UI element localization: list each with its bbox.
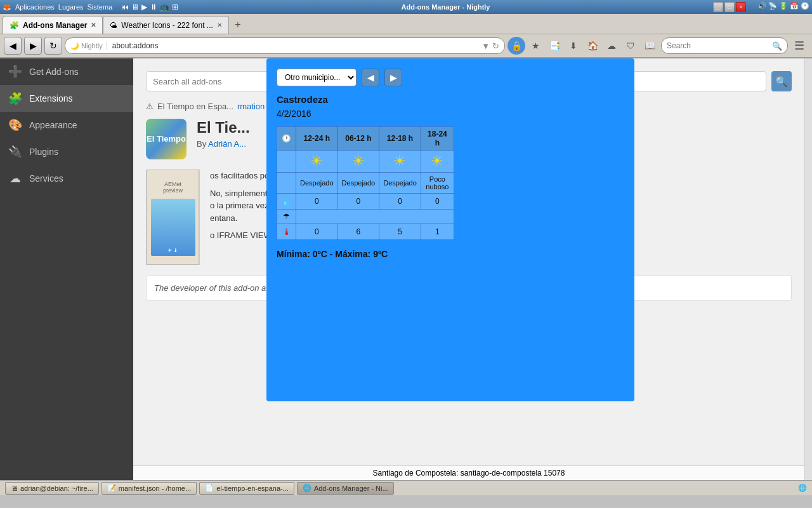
main-layout: ➕ Get Add-ons 🧩 Extensions 🎨 Appearance … <box>0 58 812 480</box>
taskbar-label-eltiempo: el-tiempo-en-espana-... <box>216 485 289 492</box>
toolbar-icon-active[interactable]: 🔒 <box>508 37 525 55</box>
bookmark-star-icon[interactable]: ★ <box>527 37 544 55</box>
umbrella-row: ☂ <box>277 210 454 224</box>
home-icon[interactable]: 🏠 <box>584 37 601 55</box>
col-icon-header: 🕐 <box>277 127 296 150</box>
os-minimize-btn[interactable]: _ <box>713 2 723 12</box>
sidebar-item-services[interactable]: ☁ Services <box>0 165 133 192</box>
search-input[interactable] <box>667 41 772 50</box>
sidebar-item-plugins[interactable]: 🔌 Plugins <box>0 138 133 165</box>
author-link[interactable]: Adrián A... <box>208 139 246 149</box>
sidebar-item-get-addons[interactable]: ➕ Get Add-ons <box>0 58 133 85</box>
status-url-text: Santiago de Compostela: santiago-de-comp… <box>373 469 565 478</box>
os-titlebar-left: 🦊 Aplicaciones Lugares Sistema ⏮ 🖥 ▶ ⏸ 📺… <box>3 3 178 11</box>
rain-val-3: 0 <box>379 194 421 210</box>
tab-weather-icons[interactable]: 🌤 Weather Icons - 222 font ... ✕ <box>103 16 229 34</box>
popup-controls: Otro municipio... ◀ ▶ <box>277 69 624 86</box>
tab-close-btn[interactable]: ✕ <box>91 22 96 29</box>
forward-btn[interactable]: ▶ <box>24 37 42 55</box>
weather-icon-4: ☀ <box>421 150 454 173</box>
sidebar-item-appearance[interactable]: 🎨 Appearance <box>0 112 133 138</box>
statusbar: 🖥 adrian@debian: ~/fire... 📝 manifest.js… <box>0 480 812 495</box>
taskbar-label-manifest: manifest.json - /home... <box>119 485 191 492</box>
url-input-container[interactable]: 🌙 Nightly about:addons ▼ ↻ <box>65 37 505 54</box>
reload-btn[interactable]: ↻ <box>44 37 62 55</box>
browser-chrome: 🧩 Add-ons Manager ✕ 🌤 Weather Icons - 22… <box>0 14 812 58</box>
weather-icon-1: ☀ <box>296 150 338 173</box>
os-system-tray: 🔊 📡 🔋 📅 🕐 <box>757 2 809 12</box>
taskbar-items: 🖥 adrian@debian: ~/fire... 📝 manifest.js… <box>5 482 793 495</box>
os-titlebar: 🦊 Aplicaciones Lugares Sistema ⏮ 🖥 ▶ ⏸ 📺… <box>0 0 812 14</box>
download-icon[interactable]: ⬇ <box>565 37 582 55</box>
weather-icon-2: ☀ <box>337 150 379 173</box>
weather-label-1: Despejado <box>296 173 338 194</box>
extension-info: El Tie... By Adrián A... <box>197 119 250 149</box>
weather-icon-3: ☀ <box>379 150 421 173</box>
taskbar-icon-addons: 🌐 <box>303 484 311 492</box>
temp-val-1: 0 <box>296 224 338 240</box>
weather-table: 🕐 12-24 h 06-12 h 12-18 h 18-24 h ☀ ☀ ☀ … <box>277 126 454 240</box>
bottom-status: Santiago de Compostela: santiago-de-comp… <box>133 465 804 480</box>
tab-icon: 🧩 <box>10 21 19 30</box>
os-menu-aplicaciones[interactable]: Aplicaciones <box>15 3 55 11</box>
tab-new-btn[interactable]: + <box>229 16 247 34</box>
sidebar-item-label-services: Services <box>29 173 63 184</box>
taskbar-icon-manifest: 📝 <box>107 484 116 492</box>
sync-icon[interactable]: ☁ <box>603 37 620 55</box>
extension-title: El Tie... <box>197 119 250 137</box>
tab-label: Add-ons Manager <box>23 21 87 30</box>
temp-row: 🌡 0 6 5 1 <box>277 224 454 240</box>
os-toolbar-icons: ⏮ 🖥 ▶ ⏸ 📺 ⊞ <box>121 3 178 11</box>
bookmark-icon[interactable]: 📑 <box>546 37 563 55</box>
umbrella-icon-cell: ☂ <box>277 210 296 224</box>
url-reload-icon[interactable]: ↻ <box>492 41 499 51</box>
scrollbar[interactable] <box>804 58 812 480</box>
taskbar-item-eltiempo[interactable]: 📄 el-tiempo-en-espana-... <box>199 482 294 495</box>
temp-val-2: 6 <box>337 224 379 240</box>
extensions-icon: 🧩 <box>8 91 23 105</box>
os-menu-sistema[interactable]: Sistema <box>88 3 113 11</box>
menu-icon[interactable]: ☰ <box>790 37 808 55</box>
url-display[interactable]: about:addons <box>112 41 479 50</box>
popup-prev-btn[interactable]: ◀ <box>362 69 379 86</box>
temp-val-4: 1 <box>421 224 454 240</box>
popup-next-btn[interactable]: ▶ <box>384 69 402 86</box>
os-window-controls[interactable]: _ □ × 🔊 📡 🔋 📅 🕐 <box>713 2 809 12</box>
municipality-select[interactable]: Otro municipio... <box>277 69 357 86</box>
status-globe-icon: 🌐 <box>798 484 807 492</box>
addon-search-btn[interactable]: 🔍 <box>771 71 792 91</box>
rain-val-2: 0 <box>337 194 379 210</box>
col-1824-header: 18-24 h <box>421 127 454 150</box>
tab-icon-2: 🌤 <box>110 21 117 30</box>
pocket-icon[interactable]: 📖 <box>641 37 658 55</box>
taskbar-item-terminal[interactable]: 🖥 adrian@debian: ~/fire... <box>5 482 99 495</box>
tab-addons-manager[interactable]: 🧩 Add-ons Manager ✕ <box>3 16 103 34</box>
sidebar: ➕ Get Add-ons 🧩 Extensions 🎨 Appearance … <box>0 58 133 480</box>
popup-overlay: Otro municipio... ◀ ▶ Castrodeza 4/2/201… <box>266 58 634 401</box>
url-dropdown-icon[interactable]: ▼ <box>481 41 490 51</box>
search-container[interactable]: 🔍 <box>661 37 788 54</box>
weather-label-spacer <box>277 173 296 194</box>
sidebar-item-extensions[interactable]: 🧩 Extensions <box>0 85 133 112</box>
preview-image: AEMetpreview ☀ 🌡 <box>146 170 200 265</box>
taskbar-item-addons[interactable]: 🌐 Add-ons Manager - Ni... <box>297 482 394 495</box>
tab-close-btn-2[interactable]: ✕ <box>217 22 222 29</box>
col-1218-header: 12-18 h <box>379 127 421 150</box>
content-area: 🔍 ⚠ El Tiempo en Espa... rmation El Tiem… <box>133 58 804 480</box>
tab-label-2: Weather Icons - 222 font ... <box>121 21 213 30</box>
shield-icon[interactable]: 🛡 <box>622 37 639 55</box>
os-menu-lugares[interactable]: Lugares <box>58 3 84 11</box>
os-maximize-btn[interactable]: □ <box>724 2 735 12</box>
extension-author: By Adrián A... <box>197 139 250 149</box>
taskbar-item-manifest[interactable]: 📝 manifest.json - /home... <box>102 482 197 495</box>
more-info-link[interactable]: rmation <box>237 102 265 111</box>
weather-label-row: Despejado Despejado Despejado Poco nubos… <box>277 173 454 194</box>
toolbar-icons: 🔒 ★ 📑 ⬇ 🏠 ☁ 🛡 📖 <box>508 37 658 55</box>
col-1224-header: 12-24 h <box>296 127 338 150</box>
os-close-btn[interactable]: × <box>736 2 746 12</box>
search-icon[interactable]: 🔍 <box>772 41 782 51</box>
min-max-text: Mínima: 0ºC - Máxima: 9ºC <box>277 249 624 259</box>
temp-icon-cell: 🌡 <box>277 224 296 240</box>
services-icon: ☁ <box>8 171 23 185</box>
back-btn[interactable]: ◀ <box>4 37 22 55</box>
